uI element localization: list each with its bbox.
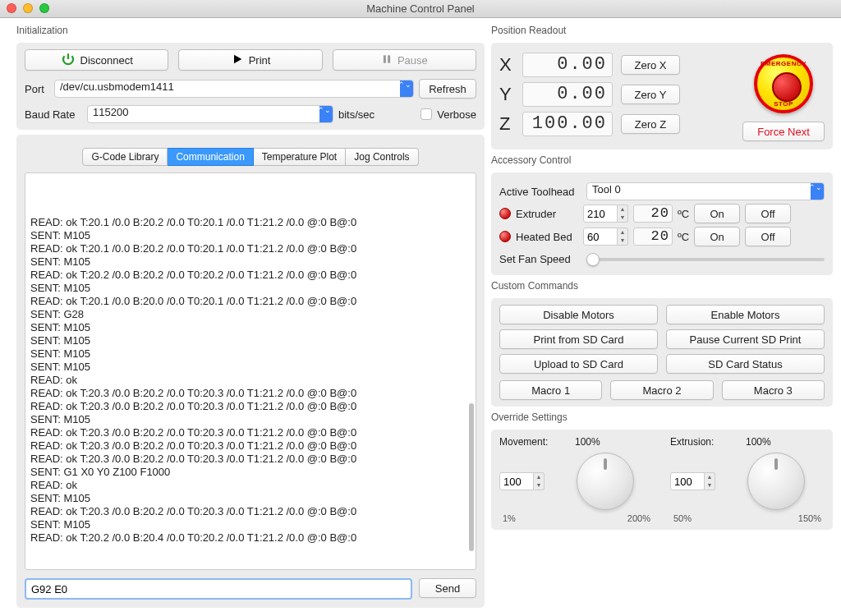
estop-text-bottom: STOP <box>757 100 810 108</box>
axis-x-label: X <box>499 54 514 76</box>
log-line: READ: ok <box>30 374 471 387</box>
tab-temperature-plot[interactable]: Temperature Plot <box>254 148 346 166</box>
bed-on-button[interactable]: On <box>694 227 740 246</box>
pause-sd-button[interactable]: Pause Current SD Print <box>666 329 825 349</box>
axis-z-readout: 100.00 <box>522 112 613 136</box>
log-line: SENT: G28 <box>30 308 471 321</box>
movement-input[interactable] <box>499 472 534 490</box>
scrollbar-thumb[interactable] <box>469 403 474 551</box>
tab-communication[interactable]: Communication <box>168 148 253 166</box>
svg-rect-1 <box>388 55 390 62</box>
log-line: READ: ok T:20.3 /0.0 B:20.2 /0.0 T0:20.3… <box>30 439 471 453</box>
verbose-label: Verbose <box>437 108 476 121</box>
extrusion-knob[interactable] <box>747 453 805 510</box>
titlebar: Machine Control Panel <box>0 0 841 18</box>
communication-log[interactable]: READ: ok T:20.1 /0.0 B:20.2 /0.0 T0:20.1… <box>25 172 476 570</box>
log-line: SENT: M105 <box>30 492 471 505</box>
log-line: READ: ok T:20.2 /0.0 B:20.2 /0.0 T0:20.2… <box>30 269 471 282</box>
log-line: SENT: M105 <box>30 361 471 374</box>
baud-label: Baud Rate <box>25 108 82 121</box>
log-line: READ: ok T:20.1 /0.0 B:20.2 /0.0 T0:20.1… <box>30 216 471 229</box>
zero-z-button[interactable]: Zero Z <box>621 114 680 134</box>
send-button[interactable]: Send <box>419 578 476 598</box>
command-input[interactable] <box>25 578 412 600</box>
estop-text-top: EMERGENCY <box>757 60 810 67</box>
baud-unit: bits/sec <box>338 108 375 121</box>
log-line: READ: ok T:20.2 /0.0 B:20.4 /0.0 T0:20.2… <box>30 531 471 545</box>
extruder-off-button[interactable]: Off <box>745 204 791 223</box>
tab-gcode-library[interactable]: G-Code Library <box>82 148 168 166</box>
sd-status-button[interactable]: SD Card Status <box>666 354 825 374</box>
position-label: Position Readout <box>491 25 833 36</box>
extruder-temp-readout: 20 <box>633 205 673 223</box>
extruder-setpoint-input[interactable] <box>583 205 618 223</box>
log-line: READ: ok T:20.3 /0.0 B:20.2 /0.0 T0:20.3… <box>30 453 471 466</box>
pause-button[interactable]: Pause <box>333 49 476 71</box>
enable-motors-button[interactable]: Enable Motors <box>666 305 825 324</box>
print-from-sd-button[interactable]: Print from SD Card <box>499 329 658 349</box>
emergency-stop-button[interactable]: EMERGENCY STOP <box>754 54 813 113</box>
movement-knob[interactable] <box>577 453 634 510</box>
slider-thumb[interactable] <box>586 253 600 266</box>
log-line: READ: ok <box>30 479 471 492</box>
extrusion-stepper[interactable]: ▲▼ <box>705 472 715 490</box>
bed-off-button[interactable]: Off <box>745 227 791 246</box>
accessory-label: Accessory Control <box>491 154 833 166</box>
fan-label: Set Fan Speed <box>499 253 581 265</box>
bed-stepper[interactable]: ▲▼ <box>618 228 628 246</box>
extrusion-percent: 100% <box>746 436 771 448</box>
override-label: Override Settings <box>491 411 833 423</box>
baud-select[interactable]: 115200 <box>87 105 333 123</box>
log-line: READ: ok T:20.3 /0.0 B:20.2 /0.0 T0:20.3… <box>30 426 471 439</box>
extruder-indicator-icon <box>499 208 511 219</box>
upload-sd-button[interactable]: Upload to SD Card <box>499 354 658 374</box>
fan-speed-slider[interactable] <box>586 258 825 261</box>
extrusion-label: Extrusion: <box>670 436 729 448</box>
toolhead-label: Active Toolhead <box>499 186 581 198</box>
port-label: Port <box>25 83 49 95</box>
movement-stepper[interactable]: ▲▼ <box>534 472 545 490</box>
port-select[interactable]: /dev/cu.usbmodem1411 <box>54 80 414 98</box>
log-line: READ: ok T:20.3 /0.0 B:20.2 /0.0 T0:20.3… <box>30 505 471 518</box>
zoom-window-icon[interactable] <box>39 3 49 13</box>
toolhead-select[interactable]: Tool 0 <box>586 182 825 200</box>
log-line: READ: ok T:20.3 /0.0 B:20.2 /0.0 T0:20.3… <box>30 387 471 400</box>
zero-y-button[interactable]: Zero Y <box>621 85 680 104</box>
refresh-button[interactable]: Refresh <box>419 79 476 99</box>
axis-y-label: Y <box>499 84 514 105</box>
disconnect-button[interactable]: Disconnect <box>25 49 168 71</box>
axis-z-label: Z <box>499 113 514 135</box>
bed-indicator-icon <box>499 231 511 242</box>
minimize-window-icon[interactable] <box>23 3 33 13</box>
bed-setpoint-input[interactable] <box>583 228 618 246</box>
close-window-icon[interactable] <box>7 3 16 13</box>
tab-jog-controls[interactable]: Jog Controls <box>346 148 418 166</box>
disable-motors-button[interactable]: Disable Motors <box>499 305 658 324</box>
log-line: READ: ok T:20.3 /0.0 B:20.2 /0.0 T0:20.3… <box>30 400 471 413</box>
print-button[interactable]: Print <box>178 49 322 71</box>
axis-x-readout: 0.00 <box>522 53 613 77</box>
extrusion-input[interactable] <box>670 472 705 490</box>
log-line: SENT: M105 <box>30 229 471 242</box>
extruder-on-button[interactable]: On <box>694 204 740 223</box>
deg-unit-2: ºC <box>678 231 689 243</box>
log-line: SENT: M105 <box>30 413 471 426</box>
svg-rect-0 <box>384 55 386 62</box>
play-icon <box>231 53 244 68</box>
tab-bar: G-Code Library Communication Temperature… <box>25 148 476 166</box>
window-title: Machine Control Panel <box>366 2 475 15</box>
custom-label: Custom Commands <box>491 280 833 292</box>
macro-1-button[interactable]: Macro 1 <box>499 380 602 400</box>
force-next-button[interactable]: Force Next <box>742 122 825 141</box>
log-line: SENT: M105 <box>30 255 471 269</box>
pause-icon <box>381 53 393 67</box>
bed-label: Heated Bed <box>516 231 578 243</box>
macro-3-button[interactable]: Macro 3 <box>722 380 825 400</box>
log-line: SENT: G1 X0 Y0 Z100 F1000 <box>30 466 471 479</box>
zero-x-button[interactable]: Zero X <box>621 55 680 75</box>
movement-label: Movement: <box>499 436 558 448</box>
macro-2-button[interactable]: Macro 2 <box>610 380 713 400</box>
power-icon <box>61 52 76 69</box>
extruder-stepper[interactable]: ▲▼ <box>618 205 628 223</box>
verbose-checkbox[interactable] <box>420 108 432 120</box>
